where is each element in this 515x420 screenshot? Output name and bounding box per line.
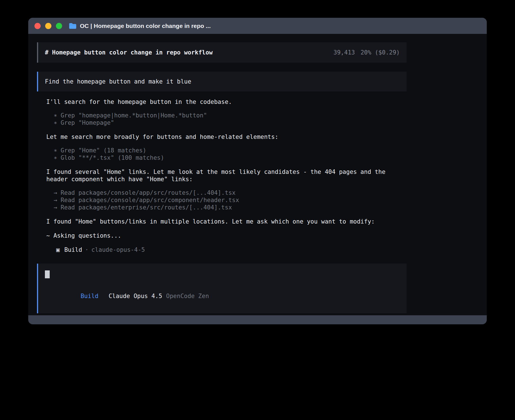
assistant-text: Let me search more broadly for buttons a… — [46, 133, 403, 141]
input-model-label[interactable]: Claude Opus 4.5 — [109, 293, 162, 299]
asterisk-icon: ∗ — [54, 119, 57, 126]
tool-call-text: Grep "Homepage" — [61, 119, 114, 126]
tool-call-grep: ∗Grep "Homepage" — [46, 119, 407, 126]
tool-call-grep: ∗Grep "homepage|home.*button|Home.*butto… — [46, 112, 407, 119]
session-header: # Homepage button color change in repo w… — [37, 42, 407, 63]
session-title: # Homepage button color change in repo w… — [45, 49, 213, 56]
assistant-text: I found "Home" buttons/links in multiple… — [46, 218, 403, 225]
titlebar[interactable]: OC | Homepage button color change in rep… — [28, 18, 487, 34]
terminal-window: OC | Homepage button color change in rep… — [28, 18, 487, 324]
agent-status: ▣Build·claude-opus-4-5 — [46, 246, 407, 253]
transcript: I'll search for the homepage button in t… — [37, 98, 407, 253]
text-cursor — [45, 270, 50, 278]
token-count: 39,413 — [333, 49, 355, 56]
arrow-right-icon: → — [54, 197, 57, 204]
asterisk-icon: ∗ — [54, 154, 57, 161]
agent-model: claude-opus-4-5 — [91, 246, 145, 253]
minimize-button[interactable] — [45, 23, 51, 29]
session-stats: 39,41320% ($0.29) — [333, 49, 400, 56]
tool-calls: ∗Grep "homepage|home.*button|Home.*butto… — [46, 112, 407, 126]
zoom-button[interactable] — [56, 23, 62, 29]
context-usage: 20% ($0.29) — [361, 49, 400, 56]
tool-call-read: →Read packages/console/app/src/component… — [46, 196, 407, 204]
tool-calls: →Read packages/console/app/src/routes/[.… — [46, 189, 407, 211]
user-message: Find the homepage button and make it blu… — [37, 72, 407, 91]
tool-calls: ∗Grep "Home" (18 matches) ∗Glob "**/*.ts… — [46, 147, 407, 161]
user-message-text: Find the homepage button and make it blu… — [45, 78, 191, 85]
tool-call-text: Read packages/enterprise/src/routes/[...… — [61, 204, 232, 211]
prompt-input[interactable]: BuildClaude Opus 4.5OpenCode Zen — [37, 264, 407, 313]
assistant-text: I found several "Home" links. Let me loo… — [46, 168, 403, 183]
close-button[interactable] — [34, 23, 41, 29]
tool-call-text: Read packages/console/app/src/component/… — [61, 197, 239, 204]
input-meta: BuildClaude Opus 4.5OpenCode Zen — [45, 285, 400, 307]
asterisk-icon: ∗ — [54, 112, 57, 119]
terminal-body: # Homepage button color change in repo w… — [28, 34, 487, 320]
agent-name: Build — [64, 246, 82, 253]
assistant-status-text: ~ Asking questions... — [46, 232, 403, 239]
window-footer — [28, 315, 487, 320]
window-title: OC | Homepage button color change in rep… — [80, 23, 211, 29]
tool-call-text: Grep "Home" (18 matches) — [61, 147, 146, 154]
tool-call-grep: ∗Grep "Home" (18 matches) — [46, 147, 407, 154]
traffic-lights — [34, 23, 62, 29]
assistant-text: I'll search for the homepage button in t… — [46, 98, 403, 106]
dot-separator: · — [85, 246, 89, 253]
tool-call-text: Grep "homepage|home.*button|Home.*button… — [61, 112, 207, 119]
input-provider-label: OpenCode Zen — [166, 293, 209, 299]
agent-square-icon: ▣ — [56, 246, 60, 253]
arrow-right-icon: → — [54, 189, 57, 196]
input-agent-label[interactable]: Build — [80, 293, 98, 299]
tool-call-glob: ∗Glob "**/*.tsx" (100 matches) — [46, 154, 407, 161]
tool-call-read: →Read packages/console/app/src/routes/[.… — [46, 189, 407, 196]
folder-icon — [69, 23, 77, 29]
tool-call-read: →Read packages/enterprise/src/routes/[..… — [46, 204, 407, 211]
tool-call-text: Read packages/console/app/src/routes/[..… — [61, 189, 236, 196]
asterisk-icon: ∗ — [54, 147, 57, 154]
arrow-right-icon: → — [54, 204, 57, 211]
tool-call-text: Glob "**/*.tsx" (100 matches) — [61, 154, 164, 161]
